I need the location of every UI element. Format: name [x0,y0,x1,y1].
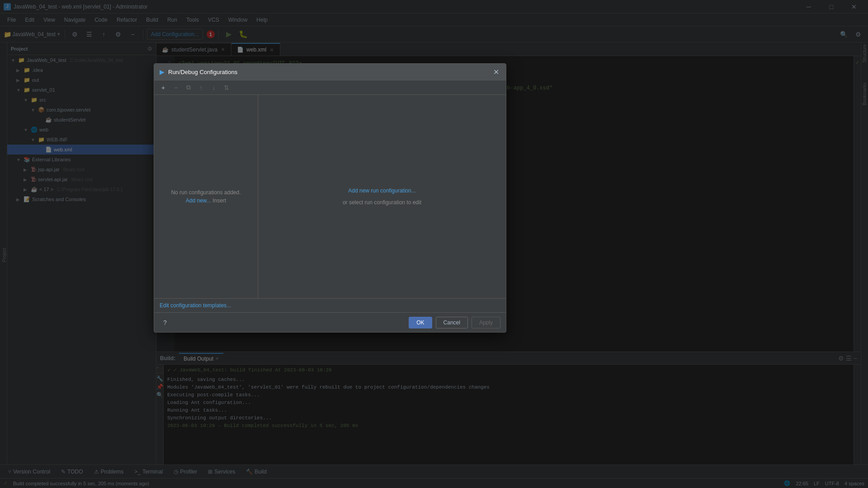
move-up-btn: ↑ [196,82,207,93]
add-new-link[interactable]: Add new... [186,197,211,204]
modal-close-button[interactable]: ✕ [491,67,500,76]
modal-footer-buttons: OK Cancel Apply [409,317,500,328]
edit-templates-link[interactable]: Edit configuration templates... [160,302,231,309]
sort-btn: ⇅ [221,82,232,93]
no-config-msg: No run configurations added. [171,189,241,196]
ok-button[interactable]: OK [409,317,432,328]
help-button[interactable]: ? [160,317,170,328]
modal-title-icon: ▶ [160,68,165,75]
modal-empty-line: Add new... Insert [186,197,226,204]
or-select-text: or select run configuration to edit [343,199,421,206]
cancel-button[interactable]: Cancel [436,317,468,328]
modal-overlay: ▶ Run/Debug Configurations ✕ + − ⧉ ↑ ↓ ⇅… [0,0,868,488]
help-btn-area: ? [160,317,170,328]
add-config-modal-btn[interactable]: + [158,82,169,93]
modal-body: No run configurations added. Add new... … [154,95,506,298]
add-new-run-config-link[interactable]: Add new run configuration... [348,188,415,194]
apply-button[interactable]: Apply [472,317,500,328]
modal-config-edit: Add new run configuration... or select r… [258,95,506,298]
move-down-btn: ↓ [208,82,219,93]
modal-toolbar: + − ⧉ ↑ ↓ ⇅ [154,80,506,95]
modal-footer: ? OK Cancel Apply [154,312,506,332]
remove-config-btn: − [170,82,181,93]
edit-templates-section: Edit configuration templates... [154,298,506,312]
run-debug-config-modal: ▶ Run/Debug Configurations ✕ + − ⧉ ↑ ↓ ⇅… [154,63,506,333]
insert-text: Insert [212,197,226,204]
modal-config-list: No run configurations added. Add new... … [154,95,258,298]
modal-title-text: Run/Debug Configurations [168,69,488,75]
copy-config-btn: ⧉ [183,82,194,93]
modal-title-bar: ▶ Run/Debug Configurations ✕ [154,64,506,80]
no-config-text: No run configurations added. Add new... … [171,189,241,204]
